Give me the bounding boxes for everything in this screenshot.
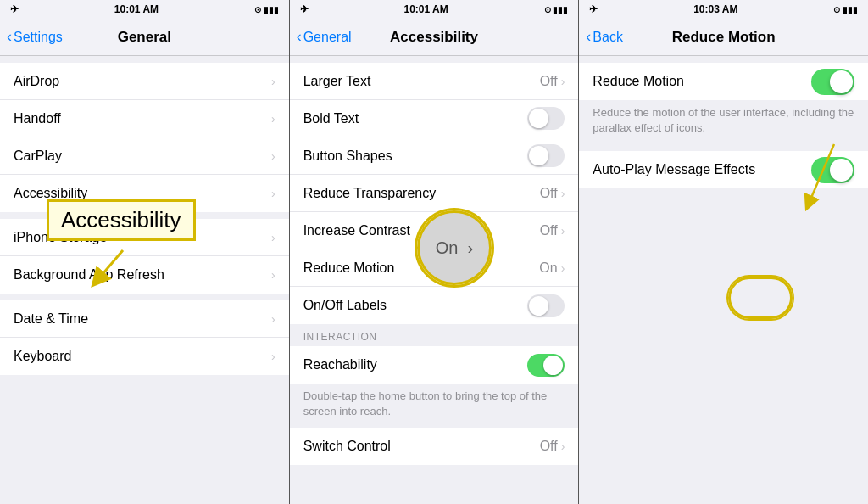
arrow-annotation xyxy=(81,246,148,288)
chevron-right-icon: › xyxy=(561,261,565,275)
reduce-motion-toggle[interactable] xyxy=(811,69,854,95)
list-row[interactable]: Keyboard › xyxy=(0,338,289,375)
nav-bar-1: ‹ Settings General xyxy=(0,19,289,56)
svg-line-1 xyxy=(809,144,834,204)
list-row[interactable]: AirDrop › xyxy=(0,63,289,100)
list-group-more: Switch Control Off › xyxy=(290,428,579,465)
reachability-desc: Double-tap the home button to bring the … xyxy=(290,384,579,428)
time-1: 10:01 AM xyxy=(114,3,159,15)
list-row-onoff-labels[interactable]: On/Off Labels xyxy=(290,287,579,324)
chevron-right-icon: › xyxy=(271,268,275,282)
back-button-3[interactable]: ‹ Back xyxy=(586,28,623,46)
list-row[interactable]: Date & Time › xyxy=(0,300,289,338)
row-value-increase-contrast: Off xyxy=(540,223,558,238)
back-chevron-3: ‹ xyxy=(586,28,591,46)
row-label-airdrop: AirDrop xyxy=(14,74,271,89)
status-bar-2: ✈ 10:01 AM ⊙ ▮▮▮ xyxy=(290,0,579,19)
toggle-knob xyxy=(543,356,563,375)
chevron-right-icon: › xyxy=(271,149,275,163)
airplane-icon-3: ✈ xyxy=(589,3,598,15)
nav-title-1: General xyxy=(118,29,171,46)
panel-accessibility: ✈ 10:01 AM ⊙ ▮▮▮ ‹ General Accessibility… xyxy=(290,0,580,504)
back-chevron-2: ‹ xyxy=(297,28,302,46)
svg-line-0 xyxy=(97,250,123,280)
callout-bubble: On › xyxy=(417,210,492,285)
status-icons-3: ⊙ ▮▮▮ xyxy=(833,5,858,14)
list-row-reachability[interactable]: Reachability xyxy=(290,346,579,384)
toggle-knob xyxy=(529,296,548,316)
row-value-switch-control: Off xyxy=(540,439,558,454)
chevron-right-icon: › xyxy=(271,231,275,244)
list-group-vision: Larger Text Off › Bold Text Button Shape… xyxy=(290,63,579,324)
row-label-handoff: Handoff xyxy=(14,111,271,126)
list-group-reduce-motion: Reduce Motion xyxy=(579,63,868,100)
row-label-autoplay: Auto-Play Message Effects xyxy=(593,162,811,177)
row-value-reduce-trans: Off xyxy=(540,186,558,201)
row-label-bold-text: Bold Text xyxy=(303,111,528,126)
back-chevron-1: ‹ xyxy=(7,28,12,46)
toggle-knob xyxy=(529,109,548,128)
airplane-icon-2: ✈ xyxy=(300,3,309,15)
list-row-larger-text[interactable]: Larger Text Off › xyxy=(290,63,579,100)
section-header-interaction: INTERACTION xyxy=(290,324,579,346)
reachability-toggle[interactable] xyxy=(527,354,565,377)
row-label-switch-control: Switch Control xyxy=(303,439,540,454)
time-2: 10:01 AM xyxy=(403,3,448,15)
chevron-right-icon: › xyxy=(271,312,275,326)
panel-reduce-motion: ✈ 10:03 AM ⊙ ▮▮▮ ‹ Back Reduce Motion Re… xyxy=(579,0,868,504)
nav-title-3: Reduce Motion xyxy=(672,29,776,46)
nav-bar-2: ‹ General Accessibility xyxy=(290,19,579,56)
list-row-button-shapes[interactable]: Button Shapes xyxy=(290,137,579,175)
row-label-button-shapes: Button Shapes xyxy=(303,148,528,164)
accessibility-annotation: Accessibility xyxy=(47,199,196,241)
diagonal-arrow xyxy=(800,136,851,221)
chevron-right-icon: › xyxy=(271,112,275,126)
row-label-onoff-labels: On/Off Labels xyxy=(303,298,528,313)
status-bar-3: ✈ 10:03 AM ⊙ ▮▮▮ xyxy=(579,0,868,19)
list-group-3: Date & Time › Keyboard › xyxy=(0,300,289,375)
chevron-right-icon: › xyxy=(561,187,565,200)
list-row[interactable]: CarPlay › xyxy=(0,137,289,175)
list-row-bold-text[interactable]: Bold Text xyxy=(290,100,579,137)
chevron-right-icon: › xyxy=(561,224,565,238)
back-label-3[interactable]: Back xyxy=(593,30,623,45)
row-label-carplay: CarPlay xyxy=(14,148,271,164)
status-icons-1: ⊙ ▮▮▮ xyxy=(254,5,279,14)
chevron-right-icon: › xyxy=(271,187,275,200)
list-group-1: AirDrop › Handoff › CarPlay › Accessibil… xyxy=(0,63,289,212)
nav-title-2: Accessibility xyxy=(390,29,478,46)
toggle-knob xyxy=(529,146,548,165)
back-label-1[interactable]: Settings xyxy=(14,30,63,45)
back-button-2[interactable]: ‹ General xyxy=(297,28,352,46)
row-label-reduce-trans: Reduce Transparency xyxy=(303,186,540,201)
list-row-switch-control[interactable]: Switch Control Off › xyxy=(290,428,579,465)
airplane-icon: ✈ xyxy=(10,3,19,15)
onoff-labels-toggle[interactable] xyxy=(527,294,565,317)
row-label-reduce-motion-main: Reduce Motion xyxy=(593,74,811,89)
chevron-right-icon: › xyxy=(561,75,565,88)
list-row-reduce-motion-toggle[interactable]: Reduce Motion xyxy=(579,63,868,100)
content-2: Larger Text Off › Bold Text Button Shape… xyxy=(290,56,579,504)
button-shapes-toggle[interactable] xyxy=(527,144,565,167)
list-group-interaction: Reachability xyxy=(290,346,579,384)
back-button-1[interactable]: ‹ Settings xyxy=(7,28,63,46)
back-label-2[interactable]: General xyxy=(303,30,352,45)
row-label-datetime: Date & Time xyxy=(14,311,271,327)
row-value-larger-text: Off xyxy=(540,74,558,89)
bold-text-toggle[interactable] xyxy=(527,107,565,130)
row-label-reachability: Reachability xyxy=(303,357,528,372)
row-label-larger-text: Larger Text xyxy=(303,74,540,89)
chevron-right-icon: › xyxy=(271,75,275,88)
chevron-right-icon: › xyxy=(271,350,275,363)
content-3: Reduce Motion Reduce the motion of the u… xyxy=(579,56,868,504)
panel-general: ✈ 10:01 AM ⊙ ▮▮▮ ‹ Settings General AirD… xyxy=(0,0,290,504)
time-3: 10:03 AM xyxy=(693,3,737,15)
list-row-reduce-trans[interactable]: Reduce Transparency Off › xyxy=(290,175,579,212)
toggle-knob-reduce-motion xyxy=(830,70,853,93)
list-row[interactable]: Handoff › xyxy=(0,100,289,137)
status-bar-1: ✈ 10:01 AM ⊙ ▮▮▮ xyxy=(0,0,289,19)
nav-bar-3: ‹ Back Reduce Motion xyxy=(579,19,868,56)
row-label-keyboard: Keyboard xyxy=(14,349,271,364)
chevron-right-icon: › xyxy=(561,440,565,453)
status-icons-2: ⊙ ▮▮▮ xyxy=(544,5,569,14)
